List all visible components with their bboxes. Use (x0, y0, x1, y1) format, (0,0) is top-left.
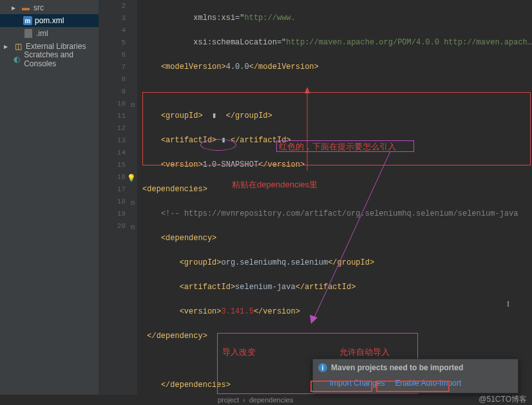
popup-title: Maven projects need to be imported (331, 363, 463, 372)
tree-item-scratches[interactable]: ▸ ◐ Scratches and Consoles (0, 53, 99, 66)
library-icon: ◫ (13, 41, 23, 52)
line-gutter: 2 3 4 5 6 7 8 9 10⊟ 11 12 13 14 15 16💡 1… (99, 0, 137, 395)
tree-label: pom.xml (35, 16, 64, 25)
fold-icon[interactable]: ⊟ (131, 197, 135, 209)
lightbulb-icon[interactable]: 💡 (127, 173, 136, 185)
file-icon (23, 28, 33, 39)
folder-icon: ▬ (21, 3, 31, 13)
tree-label: .iml (36, 29, 48, 38)
tree-label: src (33, 3, 44, 12)
fold-icon[interactable]: ⊟ (131, 99, 135, 111)
expand-arrow-icon[interactable]: ▸ (12, 3, 18, 12)
import-changes-link[interactable]: Import Changes (330, 379, 385, 388)
tree-item-pom[interactable]: m pom.xml (0, 14, 99, 27)
code-editor[interactable]: 2 3 4 5 6 7 8 9 10⊟ 11 12 13 14 15 16💡 1… (99, 0, 532, 395)
code-content[interactable]: xmlns:xsi="http://www. xsi:schemaLocatio… (137, 0, 532, 395)
watermark: @51CTO博客 (479, 394, 527, 405)
fold-icon[interactable]: ⊟ (131, 221, 135, 234)
annotation-text: 导入改变 (222, 346, 256, 358)
maven-file-icon: m (23, 16, 32, 25)
tree-label: Scratches and Consoles (24, 50, 99, 68)
info-icon: i (318, 363, 327, 372)
tree-item-src[interactable]: ▸ ▬ src (0, 1, 99, 14)
enable-auto-import-link[interactable]: Enable Auto-Import (395, 379, 461, 388)
expand-arrow-icon[interactable]: ▸ (4, 42, 10, 51)
project-sidebar[interactable]: ▸ ▬ src m pom.xml .iml ▸ ◫ External Libr… (0, 0, 99, 395)
tree-label: External Libraries (26, 42, 86, 51)
breadcrumb[interactable]: project › dependencies (218, 395, 293, 405)
maven-import-popup: i Maven projects need to be imported Imp… (312, 359, 518, 393)
tree-item-iml[interactable]: .iml (0, 27, 99, 40)
breadcrumb-item[interactable]: dependencies (249, 396, 294, 404)
text-cursor-icon: I (507, 299, 509, 309)
scratch-icon: ◐ (12, 54, 21, 64)
annotation-text: 允许自动导入 (339, 346, 390, 358)
annotation-text: 粘贴在dependencies里 (232, 179, 318, 191)
breadcrumb-item[interactable]: project (218, 396, 239, 404)
annotation-text: 红色的，下面在提示要怎么引入 (279, 141, 396, 153)
chevron-right-icon: › (243, 396, 245, 404)
